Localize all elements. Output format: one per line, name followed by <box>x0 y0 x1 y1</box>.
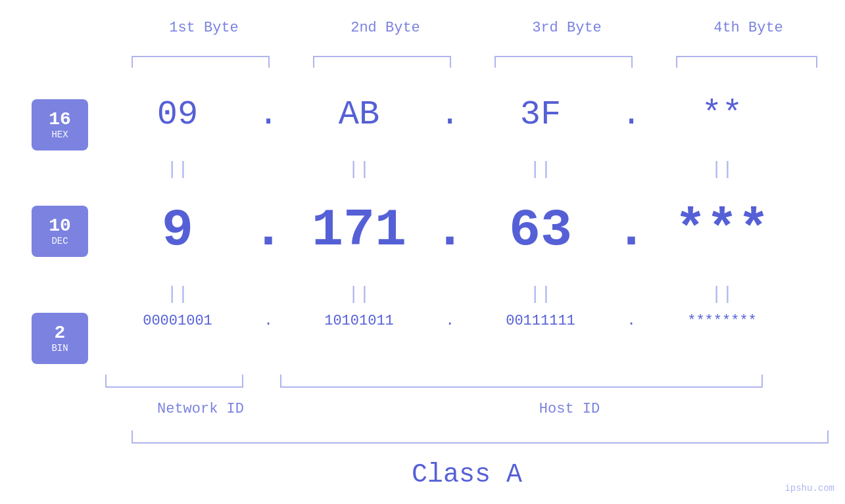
eq-dec-bin-3: || <box>468 284 613 304</box>
bin-dot-2: . <box>431 313 468 329</box>
bin-badge-number: 2 <box>55 323 66 344</box>
col3-header: 3rd Byte <box>495 20 639 36</box>
bin-dot-3: . <box>613 313 650 329</box>
eq-hex-dec-row: || || || || <box>105 159 802 179</box>
hex-val-2: AB <box>287 95 431 134</box>
col4-header: 4th Byte <box>676 20 821 36</box>
hex-val-4: ** <box>650 95 794 134</box>
main-container: 16 HEX 10 DEC 2 BIN 1st Byte 2nd Byte 3r… <box>0 0 845 504</box>
dec-val-1: 9 <box>105 200 250 260</box>
network-bracket <box>105 375 243 388</box>
dec-dot-3: . <box>613 200 650 260</box>
bin-row: 00001001 . 10101011 . 00111111 . *******… <box>105 313 802 329</box>
bin-badge: 2 BIN <box>32 313 88 364</box>
hex-val-1: 09 <box>105 95 250 134</box>
dec-badge-number: 10 <box>49 216 71 237</box>
class-label: Class A <box>105 460 829 490</box>
eq-dec-bin-row: || || || || <box>105 284 802 304</box>
top-bracket-col1 <box>132 56 270 68</box>
watermark: ipshu.com <box>785 483 834 493</box>
dec-dot-2: . <box>431 200 468 260</box>
dec-val-2: 171 <box>287 200 431 260</box>
hex-badge-label: HEX <box>51 129 68 140</box>
bin-val-4: ******** <box>650 313 794 329</box>
col1-header: 1st Byte <box>132 20 276 36</box>
top-bracket-col3 <box>495 56 633 68</box>
hex-row: 09 . AB . 3F . ** <box>105 95 802 134</box>
host-bracket <box>280 375 763 388</box>
col2-header: 2nd Byte <box>313 20 458 36</box>
dec-row: 9 . 171 . 63 . *** <box>105 200 802 260</box>
eq-dec-bin-1: || <box>105 284 250 304</box>
eq-dec-bin-2: || <box>287 284 431 304</box>
hex-badge: 16 HEX <box>32 99 88 150</box>
bin-val-1: 00001001 <box>105 313 250 329</box>
hex-dot-1: . <box>250 95 287 134</box>
top-bracket-col4 <box>676 56 817 68</box>
top-bracket-col2 <box>313 56 451 68</box>
hex-badge-number: 16 <box>49 110 71 130</box>
bottom-bracket-row <box>105 375 802 388</box>
bin-val-3: 00111111 <box>468 313 613 329</box>
dec-dot-1: . <box>250 200 287 260</box>
host-id-label: Host ID <box>313 401 826 417</box>
eq-hex-dec-2: || <box>287 159 431 179</box>
eq-hex-dec-1: || <box>105 159 250 179</box>
hex-dot-2: . <box>431 95 468 134</box>
eq-hex-dec-4: || <box>650 159 794 179</box>
dec-badge-label: DEC <box>51 236 68 246</box>
hex-dot-3: . <box>613 95 650 134</box>
network-id-label: Network ID <box>132 401 270 417</box>
bottom-big-bracket <box>132 430 829 444</box>
bin-badge-label: BIN <box>51 343 68 354</box>
eq-hex-dec-3: || <box>468 159 613 179</box>
dec-val-3: 63 <box>468 200 613 260</box>
hex-val-3: 3F <box>468 95 613 134</box>
dec-val-4: *** <box>650 200 794 260</box>
bin-dot-1: . <box>250 313 287 329</box>
eq-dec-bin-4: || <box>650 284 794 304</box>
bin-val-2: 10101011 <box>287 313 431 329</box>
dec-badge: 10 DEC <box>32 206 88 257</box>
